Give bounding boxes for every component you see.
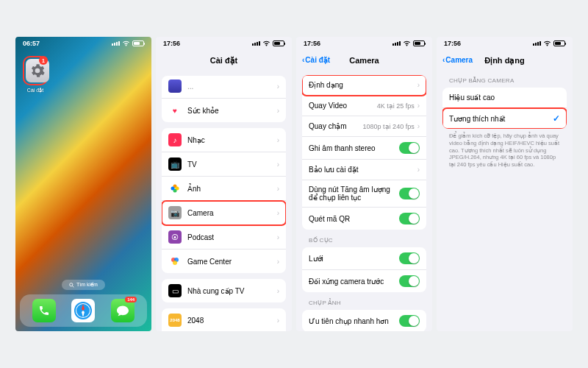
app-label: Cài đặt xyxy=(23,88,48,93)
row-grid[interactable]: Lưới xyxy=(302,247,426,270)
gamecenter-icon xyxy=(168,255,182,268)
row-record-slomo[interactable]: Quay chậm1080p tại 240 fps› xyxy=(302,116,426,137)
svg-point-11 xyxy=(173,261,177,265)
battery-icon xyxy=(553,40,565,46)
settings-row-tvprovider[interactable]: ▭Nhà cung cấp TV› xyxy=(162,279,286,302)
cellular-signal-icon xyxy=(252,41,260,46)
battery-icon xyxy=(132,40,144,46)
status-time: 17:56 xyxy=(163,40,180,47)
chevron-right-icon: › xyxy=(277,107,279,115)
list-item[interactable]: ...› xyxy=(162,76,286,99)
settings-row-podcast[interactable]: ⦿Podcast› xyxy=(162,225,286,250)
safari-app[interactable] xyxy=(71,299,95,322)
app-icon xyxy=(168,79,182,93)
messages-app[interactable]: 144 xyxy=(111,299,135,322)
notification-badge: 1 xyxy=(39,56,48,65)
chevron-right-icon: › xyxy=(277,136,279,144)
nav-title: Camera xyxy=(349,56,379,65)
settings-row-camera[interactable]: 📷Camera› xyxy=(162,201,286,225)
search-icon xyxy=(69,283,74,288)
camera-settings-list[interactable]: Định dạng› Quay Video4K tại 25 fps› Quay… xyxy=(296,69,432,331)
chevron-left-icon: ‹ xyxy=(302,56,304,64)
back-button[interactable]: ‹Cài đặt xyxy=(302,56,330,64)
svg-point-0 xyxy=(70,283,73,286)
status-bar: 17:56 xyxy=(437,37,573,50)
settings-screen: 17:56 Cài đặt ...› ♥Sức khỏe› ♪Nhạc› 📺TV… xyxy=(156,37,292,331)
status-time: 17:56 xyxy=(304,40,320,47)
camera-settings-screen: 17:56 ‹Cài đặt Camera Định dạng› Quay Vi… xyxy=(296,37,432,331)
speech-bubble-icon xyxy=(116,305,129,316)
toggle-switch[interactable] xyxy=(399,142,420,154)
svg-point-8 xyxy=(171,187,175,191)
row-record-video[interactable]: Quay Video4K tại 25 fps› xyxy=(302,96,426,116)
toggle-switch[interactable] xyxy=(399,275,420,287)
compass-icon xyxy=(73,300,93,321)
settings-row-gamecenter[interactable]: Game Center› xyxy=(162,250,286,273)
chevron-right-icon: › xyxy=(417,166,420,174)
row-stereo-audio[interactable]: Ghi âm thanh stereo xyxy=(302,137,426,160)
chevron-right-icon: › xyxy=(277,185,279,193)
chevron-right-icon: › xyxy=(277,209,279,217)
battery-icon xyxy=(413,40,425,46)
wifi-icon xyxy=(543,40,551,46)
tv-provider-icon: ▭ xyxy=(168,284,182,297)
section-header: BỐ CỤC xyxy=(302,230,426,246)
cellular-signal-icon xyxy=(112,41,120,46)
nav-header: ‹Cài đặt Camera xyxy=(296,50,432,69)
gear-icon xyxy=(30,63,45,78)
chevron-left-icon: ‹ xyxy=(442,56,445,64)
phone-app[interactable] xyxy=(32,299,56,322)
status-bar: 17:56 xyxy=(296,37,432,50)
settings-row-app[interactable]: 20482048› xyxy=(162,308,286,331)
status-bar: 17:56 xyxy=(156,37,292,50)
row-most-compatible[interactable]: Tương thích nhất✓ xyxy=(442,108,567,129)
heart-icon: ♥ xyxy=(168,104,182,117)
row-formats[interactable]: Định dạng› xyxy=(302,75,426,96)
tv-icon: 📺 xyxy=(168,158,182,171)
row-faster-shooting[interactable]: Ưu tiên chụp nhanh hơn xyxy=(302,310,426,331)
settings-row-tv[interactable]: 📺TV› xyxy=(162,152,286,177)
toggle-switch[interactable] xyxy=(399,315,420,327)
svg-line-1 xyxy=(73,286,74,287)
back-button[interactable]: ‹Camera xyxy=(442,56,473,64)
row-scan-qr[interactable]: Quét mã QR xyxy=(302,208,426,230)
toggle-switch[interactable] xyxy=(399,252,420,264)
nav-header: ‹Camera Định dạng xyxy=(437,50,573,70)
chevron-right-icon: › xyxy=(417,81,420,89)
camera-icon: 📷 xyxy=(168,206,182,219)
toggle-switch[interactable] xyxy=(399,188,420,199)
wifi-icon xyxy=(122,40,130,46)
section-header: CHỤP BẰNG CAMERA xyxy=(442,70,567,86)
settings-row-photos[interactable]: Ảnh› xyxy=(162,177,286,201)
chevron-right-icon: › xyxy=(277,82,279,91)
cellular-signal-icon xyxy=(533,41,541,46)
toggle-switch[interactable] xyxy=(399,213,420,224)
row-volume-burst[interactable]: Dùng nút Tăng âm lượng để chụp liên tục xyxy=(302,180,426,208)
chevron-right-icon: › xyxy=(417,122,420,130)
nav-title: Định dạng xyxy=(484,56,525,65)
wifi-icon xyxy=(403,40,411,46)
settings-row-music[interactable]: ♪Nhạc› xyxy=(162,128,286,152)
spotlight-search[interactable]: Tìm kiếm xyxy=(62,280,105,290)
chevron-right-icon: › xyxy=(277,233,279,241)
formats-list[interactable]: CHỤP BẰNG CAMERA Hiệu suất cao Tương thí… xyxy=(437,70,573,331)
dock: 144 xyxy=(20,294,147,327)
row-high-efficiency[interactable]: Hiệu suất cao xyxy=(442,88,567,108)
row-preserve-settings[interactable]: Bảo lưu cài đặt› xyxy=(302,160,426,180)
formats-screen: 17:56 ‹Camera Định dạng CHỤP BẰNG CAMERA… xyxy=(437,37,573,331)
chevron-right-icon: › xyxy=(277,316,279,325)
app-icon: 2048 xyxy=(168,314,182,327)
settings-list[interactable]: ...› ♥Sức khỏe› ♪Nhạc› 📺TV› Ảnh› 📷Camera… xyxy=(156,70,292,331)
chevron-right-icon: › xyxy=(277,160,279,169)
section-header: CHỤP ẢNH xyxy=(302,292,426,308)
chevron-right-icon: › xyxy=(277,258,279,266)
settings-app[interactable]: 1 Cài đặt xyxy=(15,50,48,93)
chevron-right-icon: › xyxy=(277,287,279,295)
status-indicators xyxy=(112,40,144,46)
status-bar: 06:57 xyxy=(15,37,151,50)
podcast-icon: ⦿ xyxy=(168,230,182,244)
row-mirror-front[interactable]: Đối xứng camera trước xyxy=(302,270,426,292)
phone-icon xyxy=(38,305,50,316)
settings-row-health[interactable]: ♥Sức khỏe› xyxy=(162,99,286,122)
checkmark-icon: ✓ xyxy=(553,113,560,124)
